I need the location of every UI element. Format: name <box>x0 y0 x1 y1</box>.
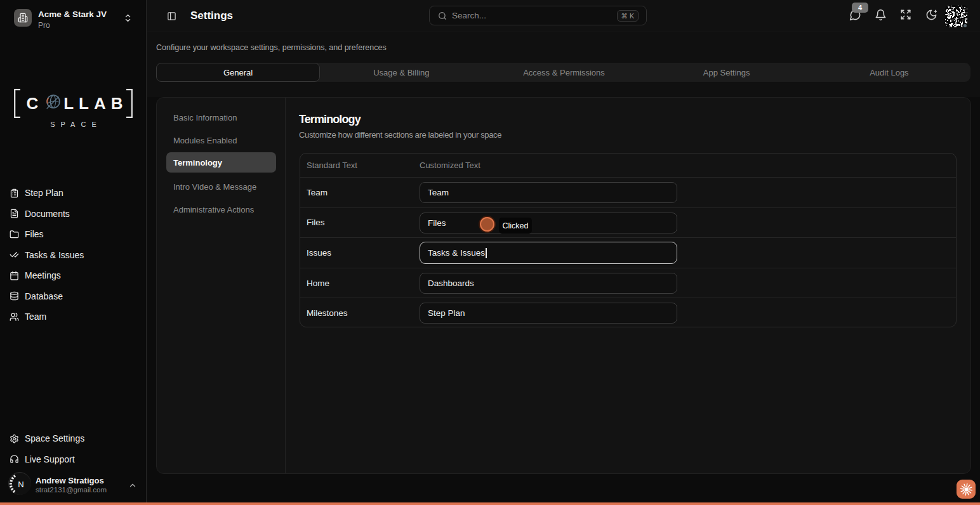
svg-text:N: N <box>18 480 23 489</box>
